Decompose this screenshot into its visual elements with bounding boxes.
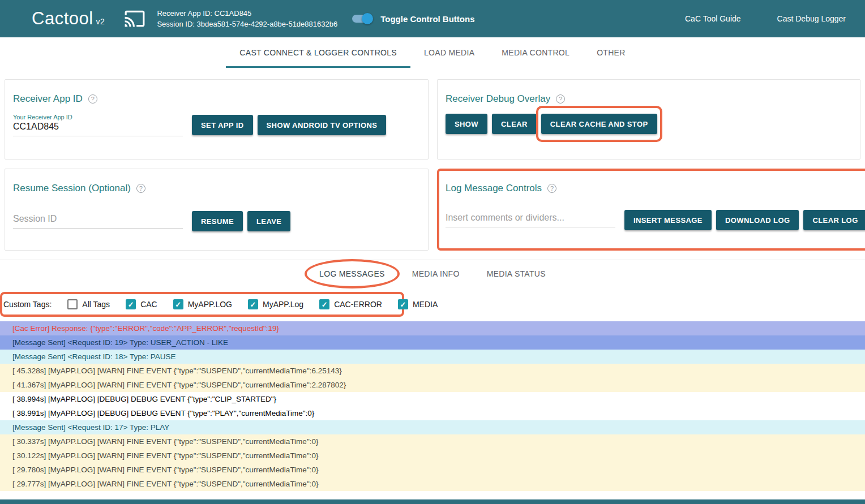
log-row: [ 30.122s] [MyAPP.LOG] [WARN] FINE EVENT… [0,449,865,463]
tag-label: MyAPP.Log [263,300,303,309]
help-icon[interactable]: ? [547,184,556,193]
header-links: CaC Tool Guide Cast Debug Logger [685,14,846,23]
log-row: [Cac Error] Response: {"type":"ERROR","c… [0,321,865,335]
log-message-controls-panel: Log Message Controls ? INSERT MESSAGE DO… [437,169,865,251]
log-message-controls: INSERT MESSAGE DOWNLOAD LOG CLEAR LOG [446,210,865,230]
receiver-app-id-controls: Your Receiver App ID SET APP ID SHOW AND… [13,114,420,136]
tab-log-messages[interactable]: LOG MESSAGES [306,260,399,287]
panels-area: Receiver App ID ? Your Receiver App ID S… [5,79,860,251]
toggle-label: Toggle Control Buttons [380,14,474,24]
receiver-app-id-field: Your Receiver App ID [13,114,183,136]
download-log-button[interactable]: DOWNLOAD LOG [716,210,799,230]
log-row: [ 41.367s] [MyAPP.LOG] [WARN] FINE EVENT… [0,378,865,392]
toggle-knob [362,13,373,24]
tab-media-control[interactable]: MEDIA CONTROL [488,37,583,68]
resume-session-title-row: Resume Session (Optional) ? [13,183,420,194]
tab-cast-connect-logger-controls[interactable]: CAST CONNECT & LOGGER CONTROLS [226,37,410,68]
log-row: [Message Sent] <Request ID: 19> Type: US… [0,335,865,350]
receiver-app-id-text: Receiver App ID: CC1AD845 [157,8,337,19]
log-message-list: [Cac Error] Response: {"type":"ERROR","c… [0,321,865,491]
log-row: [ 29.780s] [MyAPP.LOG] [WARN] FINE EVENT… [0,463,865,477]
clear-log-button[interactable]: CLEAR LOG [803,210,865,230]
cast-icon [122,8,148,29]
resume-session-title: Resume Session (Optional) [13,183,131,194]
receiver-debug-overlay-title-row: Receiver Debug Overlay ? [446,93,852,105]
log-controls-buttons: INSERT MESSAGE DOWNLOAD LOG CLEAR LOG [624,210,865,230]
app-logo: Cactoolv2 [32,8,105,29]
receiver-app-id-title: Receiver App ID [13,93,83,105]
session-id-field [13,214,183,229]
clear-overlay-button[interactable]: CLEAR [492,114,537,134]
receiver-debug-overlay-title: Receiver Debug Overlay [446,93,550,105]
leave-button[interactable]: LEAVE [247,211,290,231]
help-icon[interactable]: ? [136,184,145,193]
tag-label: MEDIA [413,300,438,309]
tag-item-all-tags: All Tags [67,299,110,309]
session-id-text: Session ID: 3bdea581-574e-4292-a8be-51de… [157,19,337,29]
session-info: Receiver App ID: CC1AD845 Session ID: 3b… [157,8,337,29]
help-icon[interactable]: ? [556,94,565,104]
receiver-app-id-field-label: Your Receiver App ID [13,114,183,120]
tab-media-status[interactable]: MEDIA STATUS [473,260,559,287]
tag-label: CAC-ERROR [334,300,382,309]
checkbox-myapp-log[interactable] [248,299,258,309]
tab-media-info[interactable]: MEDIA INFO [399,260,473,287]
checkbox-cac[interactable] [126,299,136,309]
log-row: [ 29.777s] [MyAPP.LOG] [WARN] FINE EVENT… [0,477,865,491]
panel-row-2: Resume Session (Optional) ? RESUME LEAVE… [5,169,860,251]
tag-item-myapp-log-upper: MyAPP.LOG [173,299,232,309]
checkbox-cac-error[interactable] [319,299,329,309]
log-message-controls-title: Log Message Controls [446,183,542,194]
cac-tool-guide-link[interactable]: CaC Tool Guide [685,14,741,23]
app-logo-version: v2 [96,17,105,26]
checkbox-media[interactable] [398,299,408,309]
log-tab-bar: LOG MESSAGES MEDIA INFO MEDIA STATUS [0,260,865,287]
receiver-debug-overlay-panel: Receiver Debug Overlay ? SHOW CLEAR CLEA… [437,79,860,160]
log-message-controls-title-row: Log Message Controls ? [446,183,865,194]
log-row: [ 30.337s] [MyAPP.LOG] [WARN] FINE EVENT… [0,434,865,449]
checkbox-myapp-log-upper[interactable] [173,299,183,309]
tab-other[interactable]: OTHER [583,37,639,68]
main-tab-bar: CAST CONNECT & LOGGER CONTROLS LOAD MEDI… [0,37,865,68]
custom-tags-label: Custom Tags: [3,300,52,309]
checkbox-all-tags[interactable] [67,299,78,309]
receiver-app-id-panel: Receiver App ID ? Your Receiver App ID S… [5,79,429,160]
tag-label: CAC [140,300,157,309]
clear-cache-and-stop-button[interactable]: CLEAR CACHE AND STOP [541,114,657,134]
log-row: [ 45.328s] [MyAPP.LOG] [WARN] FINE EVENT… [0,364,865,378]
page: Cactoolv2 Receiver App ID: CC1AD845 Sess… [0,0,865,504]
session-id-input[interactable] [13,214,183,228]
show-overlay-button[interactable]: SHOW [446,114,487,134]
tag-item-cac-error: CAC-ERROR [319,299,382,309]
tag-label: MyAPP.LOG [188,300,232,309]
tab-log-messages-label: LOG MESSAGES [319,269,385,278]
log-row: [Message Sent] <Request ID: 17> Type: PL… [0,420,865,434]
log-row: [ 38.991s] [MyAPP.LOG] [DEBUG] DEBUG EVE… [0,406,865,420]
insert-comment-field [446,213,615,227]
resume-session-panel: Resume Session (Optional) ? RESUME LEAVE [5,169,429,251]
custom-tags-box: Custom Tags: All Tags CAC MyAPP.LOG MyAP… [0,292,404,317]
log-row: [ 38.994s] [MyAPP.LOG] [DEBUG] DEBUG EVE… [0,392,865,406]
annotation-wrap: CLEAR CACHE AND STOP [541,114,657,134]
tag-item-cac: CAC [126,299,157,309]
tag-item-myapp-log: MyAPP.Log [248,299,303,309]
panel-row-1: Receiver App ID ? Your Receiver App ID S… [5,79,860,160]
footer-bar [0,499,865,504]
insert-comment-input[interactable] [446,213,615,227]
log-row: [Message Sent] <Request ID: 18> Type: PA… [0,350,865,364]
set-app-id-button[interactable]: SET APP ID [192,115,253,135]
insert-message-button[interactable]: INSERT MESSAGE [624,210,712,230]
resume-session-controls: RESUME LEAVE [13,211,420,231]
tab-load-media[interactable]: LOAD MEDIA [410,37,488,68]
cast-debug-logger-link[interactable]: Cast Debug Logger [777,14,846,23]
control-buttons-toggle[interactable] [352,15,371,23]
receiver-app-id-input[interactable] [13,122,183,136]
app-header: Cactoolv2 Receiver App ID: CC1AD845 Sess… [0,0,865,37]
debug-overlay-controls: SHOW CLEAR CLEAR CACHE AND STOP [446,114,852,134]
resume-button[interactable]: RESUME [192,211,243,231]
tag-label: All Tags [82,300,110,309]
tag-item-media: MEDIA [398,299,438,309]
show-android-tv-options-button[interactable]: SHOW ANDROID TV OPTIONS [258,115,387,135]
help-icon[interactable]: ? [88,94,97,104]
receiver-app-id-title-row: Receiver App ID ? [13,93,420,105]
